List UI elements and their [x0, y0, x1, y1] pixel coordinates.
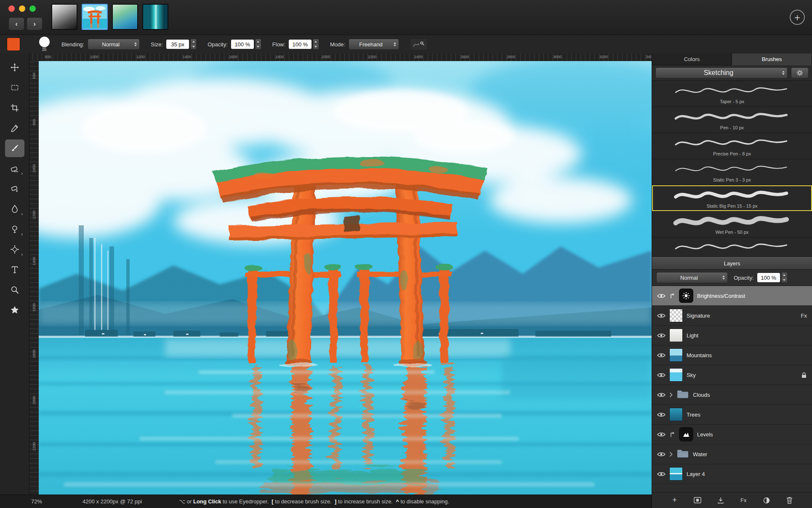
background-eraser-tool[interactable] [5, 180, 24, 198]
smudge-tool[interactable] [5, 200, 24, 218]
folder-icon[interactable] [676, 389, 689, 401]
ruler-tick-label: 800 [45, 55, 51, 59]
layer-opacity-stepper[interactable] [781, 272, 788, 283]
eraser-tool[interactable] [5, 160, 24, 177]
move-tool[interactable] [5, 59, 24, 76]
brush-row-taper[interactable]: Taper - 5 px [652, 81, 812, 107]
application-window: { "app": { "window_controls": [ {"name":… [0, 0, 812, 508]
dodge-icon [10, 225, 19, 234]
document-thumbnail-coast[interactable] [112, 4, 138, 30]
favorites-tool[interactable] [5, 301, 24, 319]
mesh-warp-tool[interactable] [5, 241, 24, 258]
visibility-eye-icon[interactable] [657, 313, 666, 318]
visibility-eye-icon[interactable] [657, 412, 666, 417]
delete-layer-button[interactable] [783, 495, 796, 506]
visibility-eye-icon[interactable] [657, 353, 666, 358]
active-color-swatch[interactable] [7, 37, 20, 51]
brush-row-precise-pen[interactable]: Precise Pen - 8 px [652, 133, 812, 159]
layer-effects-button[interactable]: Fx [737, 495, 750, 506]
text-tool[interactable] [5, 261, 24, 278]
crop-icon [10, 103, 19, 112]
canvas-viewport[interactable] [39, 61, 652, 495]
visibility-eye-icon[interactable] [657, 392, 666, 398]
document-thumbnail-grayscale[interactable] [51, 4, 77, 30]
brush-tip-size-label: 35 [42, 48, 46, 52]
brush-list: Taper - 5 px Pen - 10 px Precise Pen - 8… [652, 81, 812, 257]
opacity-input[interactable]: 100 % [231, 40, 254, 49]
layer-row-levels[interactable]: Levels [652, 425, 812, 444]
layer-row-clouds-group[interactable]: Clouds [652, 385, 812, 405]
layer-blend-mode-dropdown[interactable]: Normal [656, 272, 728, 283]
layer-row-brightness-contrast[interactable]: Brightness/Contrast [652, 286, 812, 306]
ruler-tick-label: 600 [32, 72, 36, 79]
layer-row-light[interactable]: Light [652, 326, 812, 345]
layer-row-sky[interactable]: Sky [652, 365, 812, 385]
layer-thumbnail[interactable] [669, 329, 683, 342]
brush-row-wet-pen[interactable]: Wet Pen - 50 px [652, 211, 812, 238]
layer-name: Sky [687, 372, 696, 378]
blending-dropdown[interactable]: Normal [88, 39, 140, 50]
visibility-eye-icon[interactable] [657, 471, 666, 477]
disclosure-chevron-icon[interactable] [669, 452, 673, 457]
brightness-adjustment-thumbnail[interactable] [679, 289, 693, 303]
add-mask-button[interactable] [691, 495, 704, 506]
brush-settings-button[interactable] [791, 67, 809, 78]
flow-input[interactable]: 100 % [289, 40, 311, 49]
layer-row-mountains[interactable]: Mountains [652, 345, 812, 365]
new-document-button[interactable]: + [790, 10, 805, 25]
folder-icon[interactable] [676, 449, 689, 460]
brush-row-static-big-pen-15-selected[interactable]: Static Big Pen 15 - 15 px [652, 185, 812, 211]
tab-brushes[interactable]: Brushes [732, 53, 812, 65]
lock-icon[interactable] [801, 372, 807, 378]
adjustment-button[interactable] [760, 495, 773, 506]
flow-stepper[interactable] [313, 39, 319, 50]
layer-thumbnail[interactable] [669, 368, 683, 382]
zoom-window-button[interactable] [29, 5, 36, 12]
layer-row-layer-4[interactable]: Layer 4 [652, 464, 812, 484]
visibility-eye-icon[interactable] [657, 333, 666, 338]
layer-row-signature[interactable]: Signature Fx [652, 306, 812, 326]
layer-thumbnail[interactable] [669, 348, 683, 362]
forward-button[interactable]: › [27, 17, 43, 30]
close-window-button[interactable] [8, 5, 15, 12]
brush-row-partial[interactable] [652, 238, 812, 257]
visibility-eye-icon[interactable] [657, 372, 666, 378]
tab-colors[interactable]: Colors [652, 53, 732, 65]
stabilizer-button[interactable] [410, 38, 428, 50]
clip-arrow-icon [669, 292, 675, 299]
mode-dropdown[interactable]: Freehand [349, 39, 399, 50]
merge-down-button[interactable] [714, 495, 727, 506]
opacity-stepper[interactable] [255, 39, 261, 50]
document-nav: ‹ › [8, 17, 43, 30]
ruler-tick-label: 1800 [32, 350, 36, 358]
marquee-select-tool[interactable] [5, 79, 24, 96]
visibility-eye-icon[interactable] [657, 293, 666, 299]
brush-category-dropdown[interactable]: Sketching [655, 67, 788, 78]
minimize-window-button[interactable] [19, 5, 25, 12]
dodge-tool[interactable] [5, 220, 24, 238]
document-thumbnail-waterfall[interactable] [142, 4, 168, 30]
add-layer-button[interactable]: + [668, 495, 681, 506]
size-input[interactable]: 35 px [166, 40, 189, 49]
visibility-eye-icon[interactable] [657, 452, 666, 457]
document-thumbnail-torii-selected[interactable] [82, 4, 108, 30]
pencil-tool[interactable] [5, 119, 24, 137]
layer-row-water-group[interactable]: Water [652, 444, 812, 464]
layer-thumbnail[interactable] [669, 408, 683, 421]
brush-row-static-pen-3[interactable]: Static Pen 3 - 3 px [652, 159, 812, 185]
disclosure-chevron-icon[interactable] [669, 392, 673, 398]
visibility-eye-icon[interactable] [657, 432, 666, 437]
zoom-tool[interactable] [5, 281, 24, 299]
layer-thumbnail[interactable] [669, 467, 683, 481]
layer-row-trees[interactable]: Trees [652, 405, 812, 425]
chevron-updown-icon [722, 275, 725, 280]
size-stepper[interactable] [190, 39, 197, 50]
layer-thumbnail[interactable] [669, 309, 683, 322]
levels-adjustment-thumbnail[interactable] [679, 427, 693, 441]
zoom-level[interactable]: 72% [31, 498, 42, 505]
brush-row-pen[interactable]: Pen - 10 px [652, 107, 812, 133]
layer-opacity-input[interactable]: 100 % [757, 273, 780, 282]
paint-brush-tool[interactable] [5, 139, 24, 157]
back-button[interactable]: ‹ [8, 17, 24, 30]
crop-tool[interactable] [5, 99, 24, 117]
